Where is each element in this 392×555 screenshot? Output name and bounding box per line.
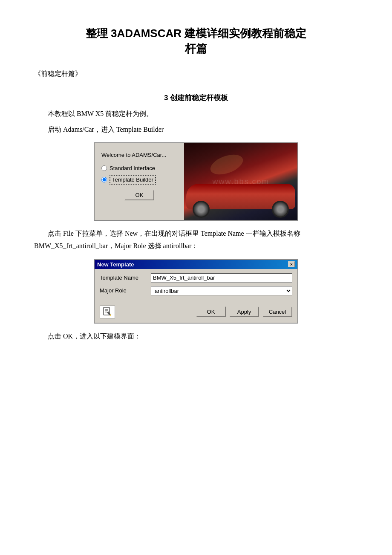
adams-welcome-title: Welcome to ADAMS/Car... xyxy=(101,152,177,158)
para3: 点击 File 下拉菜单，选择 New，在出现的对话框里 Template Na… xyxy=(34,228,358,252)
major-role-label: Major Role xyxy=(100,287,151,294)
car-wheel-front xyxy=(193,201,210,218)
adams-car-image: www.bbs.com xyxy=(184,143,297,220)
template-builder-radio[interactable] xyxy=(101,177,107,182)
template-builder-label: Template Builder xyxy=(110,175,156,185)
car-wheel-rear xyxy=(272,201,289,218)
para2: 启动 Adams/Car，进入 Template Builder xyxy=(34,124,358,136)
standard-interface-label: Standard Interface xyxy=(110,165,155,171)
new-template-title: New Template xyxy=(97,261,134,268)
para1: 本教程以 BMW X5 前稳定杆为例。 xyxy=(34,108,358,120)
major-role-select[interactable]: antirollbar xyxy=(151,286,292,295)
page-title: 整理 3ADAMSCAR 建模详细实例教程前稳定 杆篇 xyxy=(34,26,358,57)
close-button[interactable]: × xyxy=(288,261,295,267)
template-builder-option[interactable]: Template Builder xyxy=(101,175,177,185)
template-icon-area xyxy=(100,306,115,318)
subtitle: 《前稳定杆篇》 xyxy=(34,69,358,78)
ok-button[interactable]: OK xyxy=(196,306,226,317)
cancel-button[interactable]: Cancel xyxy=(262,306,292,317)
adams-ok-button[interactable]: OK xyxy=(124,190,154,200)
standard-interface-option[interactable]: Standard Interface xyxy=(101,165,177,171)
para4: 点击 OK，进入以下建模界面： xyxy=(34,330,358,343)
new-template-body: Template Name Major Role antirollbar xyxy=(95,269,297,303)
template-name-label: Template Name xyxy=(100,275,151,281)
document-icon xyxy=(102,307,112,317)
major-role-row: Major Role antirollbar xyxy=(100,286,292,295)
new-template-footer: OK Apply Cancel xyxy=(95,303,297,323)
adams-welcome-dialog: Welcome to ADAMS/Car... Standard Interfa… xyxy=(94,142,298,221)
car-light-reflection xyxy=(208,151,246,179)
adams-dialog-container: Welcome to ADAMS/Car... Standard Interfa… xyxy=(34,142,358,221)
template-name-input[interactable] xyxy=(151,273,292,283)
template-name-row: Template Name xyxy=(100,273,292,283)
new-template-titlebar: New Template × xyxy=(95,260,297,269)
new-template-dialog-container: New Template × Template Name Major Role … xyxy=(34,259,358,324)
footer-buttons: OK Apply Cancel xyxy=(196,306,292,317)
adams-dialog-left-panel: Welcome to ADAMS/Car... Standard Interfa… xyxy=(95,143,184,220)
major-role-select-wrapper: antirollbar xyxy=(151,286,292,295)
section-3-heading: 3 创建前稳定杆模板 xyxy=(34,93,358,103)
new-template-dialog: New Template × Template Name Major Role … xyxy=(94,259,298,324)
standard-interface-radio[interactable] xyxy=(101,165,107,171)
watermark-text: www.bbs.com xyxy=(212,177,269,186)
apply-button[interactable]: Apply xyxy=(229,306,259,317)
